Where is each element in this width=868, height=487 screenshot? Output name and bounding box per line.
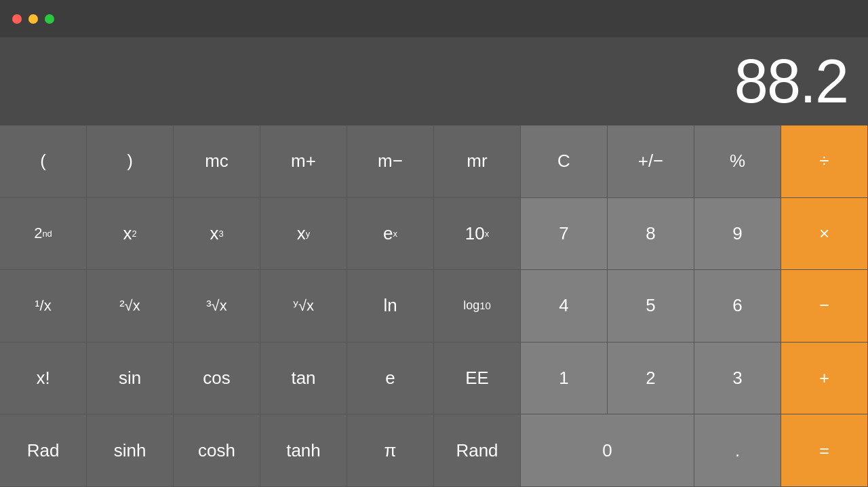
close-button[interactable] [12, 14, 22, 24]
two-button[interactable]: 2 [608, 343, 694, 415]
x-squared-button[interactable]: x2 [87, 198, 174, 271]
equals-button[interactable]: = [781, 414, 868, 487]
pi-button[interactable]: π [347, 414, 434, 487]
rand-button[interactable]: Rand [434, 414, 521, 487]
maximize-button[interactable] [45, 14, 54, 24]
e-power-x-button[interactable]: ex [347, 198, 434, 271]
ln-button[interactable]: ln [347, 270, 434, 343]
multiply-button[interactable]: × [781, 198, 868, 271]
close-paren-button[interactable]: ) [87, 125, 174, 198]
square-root-button[interactable]: ²√x [87, 270, 174, 343]
plus-minus-button[interactable]: +/− [608, 125, 694, 198]
divide-button[interactable]: ÷ [781, 125, 868, 198]
five-button[interactable]: 5 [608, 270, 694, 343]
sin-button[interactable]: sin [87, 343, 174, 415]
ten-power-x-button[interactable]: 10x [434, 198, 521, 271]
ee-button[interactable]: EE [434, 343, 521, 415]
tanh-button[interactable]: tanh [260, 414, 347, 487]
reciprocal-button[interactable]: ¹/x [0, 270, 87, 343]
mr-button[interactable]: mr [434, 125, 521, 198]
zero-button[interactable]: 0 [521, 414, 694, 487]
buttons-grid: ( ) mc m+ m− mr C +/− % ÷ 2nd x2 x3 xy e… [0, 125, 868, 487]
subtract-button[interactable]: − [781, 270, 868, 343]
tan-button[interactable]: tan [260, 343, 347, 415]
cosh-button[interactable]: cosh [174, 414, 260, 487]
percent-button[interactable]: % [694, 125, 781, 198]
display: 88.2 [0, 37, 868, 125]
cos-button[interactable]: cos [174, 343, 260, 415]
seven-button[interactable]: 7 [521, 198, 608, 271]
rad-button[interactable]: Rad [0, 414, 87, 487]
clear-button[interactable]: C [521, 125, 608, 198]
y-root-button[interactable]: ʸ√x [260, 270, 347, 343]
three-button[interactable]: 3 [694, 343, 781, 415]
decimal-button[interactable]: . [694, 414, 781, 487]
mc-button[interactable]: mc [174, 125, 260, 198]
second-button[interactable]: 2nd [0, 198, 87, 271]
minimize-button[interactable] [28, 14, 38, 24]
cube-root-button[interactable]: ³√x [174, 270, 260, 343]
factorial-button[interactable]: x! [0, 343, 87, 415]
open-paren-button[interactable]: ( [0, 125, 87, 198]
m-minus-button[interactable]: m− [347, 125, 434, 198]
add-button[interactable]: + [781, 343, 868, 415]
m-plus-button[interactable]: m+ [260, 125, 347, 198]
log10-button[interactable]: log10 [434, 270, 521, 343]
eight-button[interactable]: 8 [608, 198, 694, 271]
four-button[interactable]: 4 [521, 270, 608, 343]
title-bar [0, 0, 868, 37]
x-cubed-button[interactable]: x3 [174, 198, 260, 271]
e-button[interactable]: e [347, 343, 434, 415]
one-button[interactable]: 1 [521, 343, 608, 415]
sinh-button[interactable]: sinh [87, 414, 174, 487]
display-value: 88.2 [734, 47, 848, 117]
six-button[interactable]: 6 [694, 270, 781, 343]
nine-button[interactable]: 9 [694, 198, 781, 271]
x-power-y-button[interactable]: xy [260, 198, 347, 271]
